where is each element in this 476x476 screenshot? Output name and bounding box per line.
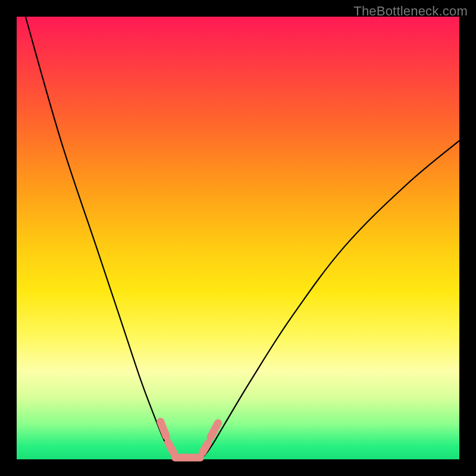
highlight-left-upper: [161, 422, 167, 437]
watermark-text: TheBottleneck.com: [353, 4, 468, 19]
bottleneck-curve: [26, 17, 459, 460]
highlight-right-upper: [211, 423, 218, 437]
highlight-group: [161, 422, 218, 458]
highlight-left-lower: [168, 443, 174, 453]
chart-svg: [17, 17, 459, 459]
plot-area: [17, 17, 459, 459]
highlight-right-lower: [202, 443, 208, 452]
chart-frame: TheBottleneck.com: [0, 0, 476, 476]
